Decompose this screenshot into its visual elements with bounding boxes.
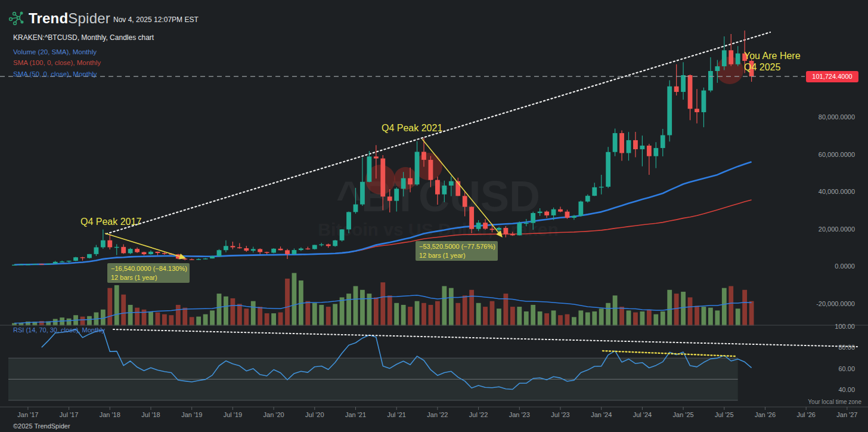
candle-body — [374, 156, 379, 158]
volume-bar — [585, 313, 590, 326]
candle-body — [551, 209, 556, 215]
volume-bar — [182, 308, 187, 326]
annotation-q4-peak-2021[interactable]: Q4 Peak 2021 — [382, 122, 442, 134]
candle-body — [722, 50, 727, 66]
legend-sma50-indicator[interactable]: SMA (50, 0, close), Monthly — [13, 70, 97, 78]
volume-bar — [688, 297, 693, 325]
candle-body — [114, 247, 119, 248]
measurement-box-2017-drawdown[interactable]: −16,540.0000 (−84.130%) 12 bars (1 year) — [107, 263, 190, 283]
volume-bar — [619, 307, 624, 325]
volume-bar — [156, 313, 160, 326]
candle-body — [483, 223, 488, 229]
volume-bar — [251, 301, 256, 326]
candle-body — [619, 133, 624, 153]
volume-bar — [613, 295, 618, 325]
candle-body — [497, 228, 501, 230]
volume-bar — [421, 303, 426, 326]
candles-layer[interactable] — [12, 30, 754, 266]
volume-bar — [749, 301, 754, 326]
candle-body — [510, 234, 515, 235]
timezone-note[interactable]: Your local time zone — [808, 399, 861, 405]
current-price-label[interactable]: 101,724.4000 — [806, 71, 858, 82]
volume-bar — [265, 313, 269, 325]
volume-bar — [196, 317, 201, 326]
candle-body — [606, 152, 610, 187]
volume-bar — [258, 307, 262, 325]
candle-body — [517, 223, 522, 236]
candle-body — [640, 146, 645, 149]
candle-body — [121, 247, 126, 254]
annotation-you-are-here-line1: You Are Here — [744, 50, 801, 61]
candle-body — [435, 180, 440, 195]
candle-body — [326, 245, 331, 246]
candle-body — [572, 216, 576, 218]
rsi-axis[interactable]: 100.0080.0060.0040.00 — [835, 323, 855, 393]
rsi-trendlines-layer[interactable] — [113, 329, 857, 356]
volume-bar — [67, 319, 72, 326]
volume-bar — [429, 305, 433, 326]
logo[interactable]: TrendSpider — [7, 10, 110, 27]
rsi-axis-tick: 80.00 — [838, 344, 855, 351]
time-axis-tick: Jul '18 — [141, 411, 160, 418]
rsi-band-layer — [8, 358, 738, 400]
candle-body — [415, 152, 420, 184]
candle-body — [674, 87, 679, 92]
volume-bar — [169, 315, 173, 325]
volume-bar — [135, 308, 140, 326]
candle-body — [271, 249, 276, 253]
volume-bar — [524, 311, 529, 326]
candle-body — [661, 135, 665, 149]
trendspider-logo-icon — [7, 10, 25, 27]
candle-body — [319, 245, 324, 245]
volume-bar — [681, 292, 686, 326]
time-axis-tick: Jan '22 — [427, 411, 448, 418]
measurement-2021-bars: 12 bars (1 year) — [419, 251, 494, 260]
candle-body — [156, 252, 160, 253]
volume-bar — [728, 286, 733, 326]
candle-body — [490, 229, 495, 230]
volume-bar — [333, 304, 337, 325]
volume-bar — [278, 313, 283, 326]
candle-body — [39, 264, 44, 264]
time-axis-tick: Jan '25 — [673, 411, 694, 418]
candle-body — [190, 259, 194, 260]
annotation-you-are-here[interactable]: You Are Here Q4 2025 — [744, 50, 801, 73]
candle-body — [401, 178, 406, 189]
legend-sma100-indicator[interactable]: SMA (100, 0, close), Monthly — [13, 59, 101, 66]
legend-volume-indicator[interactable]: Volume (20, SMA), Monthly — [13, 48, 97, 55]
measurement-arrow-line — [422, 139, 498, 232]
logo-text: TrendSpider — [29, 10, 110, 27]
time-axis-tick: Jul '24 — [633, 411, 652, 418]
copyright: ©2025 TrendSpider — [13, 422, 70, 430]
volume-bar — [572, 317, 576, 325]
legend-rsi-indicator[interactable]: RSI (14, 70, 30, close), Monthly — [13, 326, 105, 334]
volume-bar — [80, 317, 85, 326]
candle-body — [107, 240, 112, 248]
volume-bar — [592, 311, 597, 326]
price-axis-tick: 80,000.0000 — [819, 113, 855, 121]
candle-body — [627, 140, 631, 153]
volume-bar — [340, 297, 345, 325]
rsi-dotted-trendline-white — [113, 329, 857, 347]
candle-body — [142, 252, 147, 254]
candle-body — [388, 196, 392, 200]
time-axis[interactable]: Jan '17Jul '17Jan '18Jul '18Jan '19Jul '… — [17, 407, 857, 418]
time-axis-tick: Jan '26 — [755, 411, 776, 418]
symbol-description[interactable]: KRAKEN:^BTCUSD, Monthly, Candles chart — [13, 33, 154, 42]
volume-bar — [210, 310, 215, 325]
candle-body — [429, 160, 433, 180]
annotation-q4-peak-2017[interactable]: Q4 Peak 2017 — [80, 216, 141, 227]
price-axis-tick: 40,000.0000 — [819, 188, 855, 195]
measurement-box-2021-drawdown[interactable]: −53,520.5000 (−77.576%) 12 bars (1 year) — [416, 241, 498, 261]
time-axis-tick: Jan '23 — [509, 411, 530, 418]
time-axis-tick: Jul '23 — [551, 411, 569, 418]
price-axis[interactable]: 80,000.000060,000.000040,000.000020,000.… — [816, 113, 855, 307]
volume-bar — [483, 307, 488, 325]
volume-bar — [695, 306, 699, 326]
candle-body — [736, 54, 740, 64]
candle-body — [87, 254, 92, 258]
volume-bar — [551, 310, 556, 325]
candle-body — [715, 66, 720, 71]
candle-body — [32, 264, 37, 264]
candle-body — [504, 228, 509, 234]
